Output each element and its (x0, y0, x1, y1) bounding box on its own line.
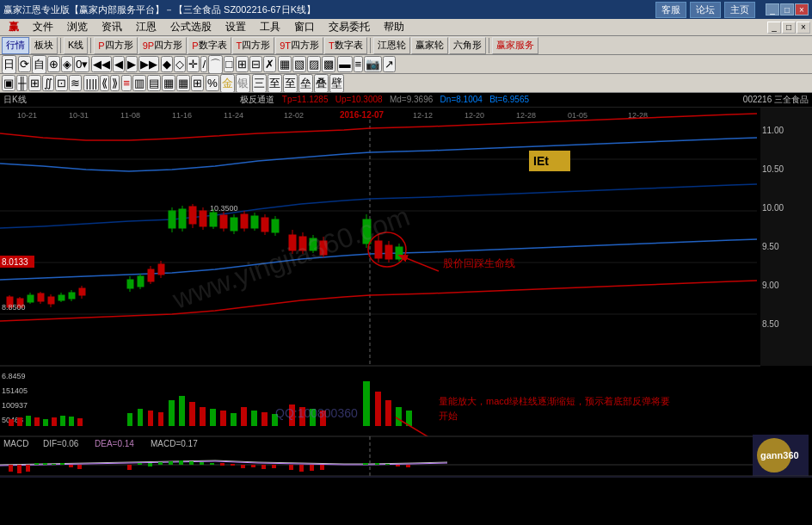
tb3-c4[interactable]: ▦ (162, 75, 175, 91)
tb3-wl[interactable]: |||| (83, 75, 99, 91)
tb-tnum[interactable]: T数字表 (324, 37, 367, 54)
tb2-s1[interactable]: ▬ (337, 56, 352, 72)
menu-view[interactable]: 浏览 (60, 18, 95, 36)
svg-rect-155 (52, 464, 56, 465)
menu-close-btn[interactable]: × (797, 22, 810, 34)
tb2-line[interactable]: / (200, 56, 207, 72)
tb2-s2[interactable]: ≡ (354, 56, 364, 72)
tb-service[interactable]: 赢家服务 (492, 37, 538, 54)
tb2-zoom-out[interactable]: ⊟ (249, 56, 262, 72)
tb2-down[interactable]: ◇ (174, 56, 186, 72)
tb-yjl[interactable]: 赢家轮 (411, 37, 448, 54)
tb2-b3[interactable]: ◈ (61, 56, 73, 72)
sep2 (90, 38, 91, 53)
tb3-silver[interactable]: 银 (236, 74, 250, 93)
tb3-c3[interactable]: ▤ (147, 75, 161, 91)
menu-trade[interactable]: 交易委托 (322, 18, 377, 36)
minimize-btn[interactable]: _ (766, 3, 779, 15)
tb2-up[interactable]: ◆ (161, 56, 173, 72)
maximize-btn[interactable]: □ (780, 3, 794, 15)
svg-rect-153 (34, 463, 39, 465)
svg-rect-116 (179, 396, 185, 426)
tb-jel[interactable]: 江恩轮 (373, 37, 410, 54)
menu-win[interactable]: 赢 (2, 18, 26, 36)
tb2-chart1[interactable]: ▦ (278, 56, 292, 72)
tb3-zheng[interactable]: 壁 (329, 74, 344, 93)
tb3-c5[interactable]: ▦ (176, 75, 190, 91)
menu-formula[interactable]: 公式选股 (163, 18, 218, 36)
tb2-prev[interactable]: ◀◀ (91, 56, 112, 72)
toolbar2: 日 ⟳ 自 ⊕ ◈ 0▾ ◀◀ ◀ ▶ ▶▶ ◆ ◇ ✛ / ⌒ □ ⊞ ⊟ ✗… (0, 55, 812, 74)
tb2-eraser[interactable]: ✗ (263, 56, 276, 72)
tb3-b7[interactable]: ⟪ (100, 75, 109, 91)
menu-jianen[interactable]: 江恩 (129, 18, 163, 36)
menu-window[interactable]: 窗口 (287, 18, 322, 36)
tb2-rect[interactable]: □ (224, 56, 234, 72)
menu-tools[interactable]: 工具 (253, 18, 287, 36)
tb3-b2[interactable]: ╫ (16, 75, 28, 91)
tb2-b1[interactable]: 自 (32, 55, 46, 74)
tb-pnum[interactable]: P数字表 (188, 37, 231, 54)
tb3-zhi[interactable]: 至 (283, 74, 298, 93)
customer-service-btn[interactable]: 客服 (655, 2, 686, 18)
svg-rect-174 (289, 465, 293, 470)
tb3-b1[interactable]: ▣ (2, 75, 15, 91)
forum-btn[interactable]: 论坛 (690, 2, 721, 18)
svg-text:9.50: 9.50 (762, 242, 779, 251)
svg-rect-164 (179, 460, 183, 465)
tb2-share[interactable]: ↗ (383, 56, 396, 72)
tb3-b5[interactable]: ⊡ (55, 75, 68, 91)
tb-hq[interactable]: 行情 (2, 37, 29, 54)
tb2-b4[interactable]: 0▾ (74, 56, 89, 72)
tb3-zhui[interactable]: 叠 (314, 74, 329, 93)
svg-rect-106 (43, 419, 48, 426)
tb3-c2[interactable]: ▥ (132, 75, 146, 91)
tb3-c1[interactable]: ≡ (121, 75, 132, 91)
tb2-cross[interactable]: ✛ (187, 56, 200, 72)
tb2-d[interactable]: 日 (2, 55, 16, 74)
menu-min-btn[interactable]: _ (767, 22, 781, 34)
svg-rect-121 (231, 413, 237, 426)
tb3-gold[interactable]: 金 (220, 74, 235, 93)
tb2-refresh[interactable]: ⟳ (18, 56, 31, 72)
tb3-ze[interactable]: 垒 (298, 74, 313, 93)
tb2-arc[interactable]: ⌒ (208, 55, 223, 74)
svg-text:8.8500: 8.8500 (2, 303, 26, 312)
tb-t4[interactable]: T四方形 (232, 37, 275, 54)
tb-9p4[interactable]: 9P四方形 (138, 37, 187, 54)
tb3-c6[interactable]: ⊞ (191, 75, 204, 91)
svg-rect-168 (220, 463, 225, 466)
tb-ljx[interactable]: 六角形 (449, 37, 486, 54)
svg-rect-122 (241, 407, 247, 426)
tb2-b2[interactable]: ⊕ (47, 56, 60, 72)
tb-9t4[interactable]: 9T四方形 (275, 37, 323, 54)
tb3-three[interactable]: 三 (252, 74, 267, 93)
tb-kx[interactable]: K线 (64, 37, 88, 54)
tb2-chart3[interactable]: ▨ (307, 56, 321, 72)
tb2-chart2[interactable]: ▧ (292, 56, 306, 72)
menu-settings[interactable]: 设置 (218, 18, 253, 36)
tb3-b3[interactable]: ⊞ (28, 75, 41, 91)
tb2-zoom-in[interactable]: ⊞ (236, 56, 249, 72)
tb2-fwd[interactable]: ▶▶ (138, 56, 159, 72)
tb3-b6[interactable]: ≋ (69, 75, 82, 91)
tb-p4[interactable]: P四方形 (94, 37, 137, 54)
tb2-chart4[interactable]: ▩ (322, 56, 335, 72)
close-btn[interactable]: × (795, 3, 809, 15)
main-chart-svg[interactable]: 10-21 10-31 11-08 11-16 11-24 12-02 2016… (0, 108, 812, 478)
menu-info[interactable]: 资讯 (95, 18, 129, 36)
menu-max-btn[interactable]: □ (782, 22, 796, 34)
tb2-play[interactable]: ▶ (126, 56, 138, 72)
tb2-camera[interactable]: 📷 (364, 56, 382, 72)
tb3-at[interactable]: 至 (268, 74, 282, 93)
tb2-back[interactable]: ◀ (113, 56, 125, 72)
home-btn[interactable]: 主页 (724, 2, 755, 18)
menu-help[interactable]: 帮助 (377, 18, 411, 36)
svg-rect-119 (210, 409, 216, 426)
tb-bk[interactable]: 板块 (30, 37, 58, 54)
tb3-b8[interactable]: ⟫ (110, 75, 120, 91)
menu-file[interactable]: 文件 (26, 18, 60, 36)
svg-rect-177 (320, 465, 324, 470)
tb3-b4[interactable]: ∬ (42, 75, 54, 91)
tb3-percent[interactable]: % (206, 75, 219, 91)
